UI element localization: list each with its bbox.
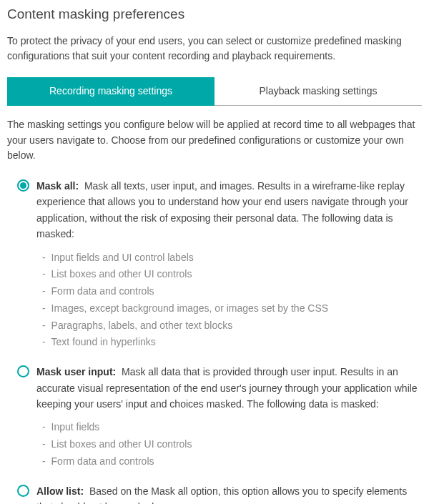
radio-mask-user-input[interactable] xyxy=(17,365,29,377)
intro-text: To protect the privacy of your end users… xyxy=(7,34,422,64)
list-item: List boxes and other UI controls xyxy=(42,266,422,283)
list-item: Form data and controls xyxy=(42,453,422,470)
page-title: Content masking preferences xyxy=(7,4,422,25)
option-content-mask-user-input: Mask user input: Mask all data that is p… xyxy=(36,364,422,470)
option-content-allow-list: Allow list: Based on the Mask all option… xyxy=(36,483,422,504)
list-item: Paragraphs, labels, and other text block… xyxy=(42,317,422,335)
radio-outer-icon xyxy=(17,365,29,377)
option-allow-list: Allow list: Based on the Mask all option… xyxy=(7,483,422,504)
radio-outer-icon xyxy=(17,485,29,497)
mask-all-list: Input fields and UI control labels List … xyxy=(42,249,422,352)
option-label-allow-list: Allow list: xyxy=(36,485,84,497)
list-item: Input fields xyxy=(42,419,422,436)
tabs-container: Recording masking settings Playback mask… xyxy=(7,77,422,106)
option-label-mask-user-input: Mask user input: xyxy=(36,366,116,377)
list-item: Input fields and UI control labels xyxy=(42,249,422,267)
option-text-mask-user-input: Mask user input: Mask all data that is p… xyxy=(36,364,422,412)
option-content-mask-all: Mask all: Mask all texts, user input, an… xyxy=(36,178,422,351)
list-item: List boxes and other UI controls xyxy=(42,436,422,453)
option-mask-user-input: Mask user input: Mask all data that is p… xyxy=(7,364,422,470)
radio-allow-list[interactable] xyxy=(17,485,29,497)
option-desc-allow-list: Based on the Mask all option, this optio… xyxy=(36,485,407,504)
option-mask-all: Mask all: Mask all texts, user input, an… xyxy=(7,178,422,351)
tab-playback[interactable]: Playback masking settings xyxy=(214,77,422,106)
tab-recording[interactable]: Recording masking settings xyxy=(7,77,214,106)
option-desc-mask-all: Mask all texts, user input, and images. … xyxy=(36,180,408,239)
option-label-mask-all: Mask all: xyxy=(36,180,79,192)
radio-outer-icon xyxy=(17,179,29,192)
list-item: Form data and controls xyxy=(42,283,422,300)
radio-selected-icon xyxy=(20,182,26,189)
tab-description: The masking settings you configure below… xyxy=(7,117,422,164)
mask-user-input-list: Input fields List boxes and other UI con… xyxy=(42,419,422,470)
list-item: Images, except background images, or ima… xyxy=(42,300,422,317)
list-item: Text found in hyperlinks xyxy=(42,334,422,351)
radio-mask-all[interactable] xyxy=(17,179,29,192)
option-text-allow-list: Allow list: Based on the Mask all option… xyxy=(36,483,422,504)
option-text-mask-all: Mask all: Mask all texts, user input, an… xyxy=(36,178,422,242)
